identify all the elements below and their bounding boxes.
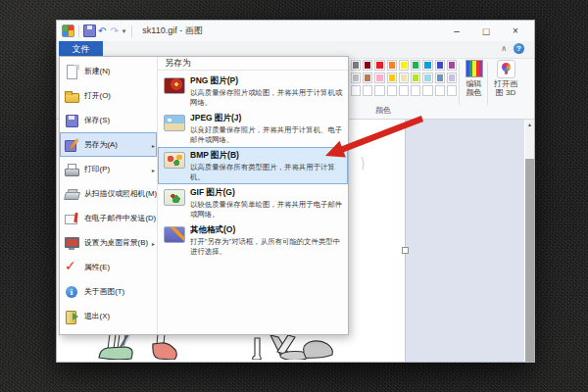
color-swatch[interactable]: [411, 85, 420, 96]
open-folder-icon: [64, 88, 80, 104]
format-title: PNG 图片(P): [190, 75, 346, 87]
paint-window: ↶ ↷ ▾ sk110.gif - 画图 – □ × 文件 ∧ ?: [56, 20, 535, 363]
close-button[interactable]: ×: [501, 21, 530, 41]
color-swatch[interactable]: [363, 73, 372, 83]
scanner-icon: [64, 186, 80, 202]
color-swatch[interactable]: [387, 60, 397, 71]
redo-icon[interactable]: ↷: [110, 25, 118, 36]
color-swatch[interactable]: [363, 60, 372, 71]
color-swatch[interactable]: [374, 85, 384, 96]
menu-item-from-scanner[interactable]: 从扫描仪或照相机(M): [60, 181, 157, 206]
menu-item-about[interactable]: 关于画图(T): [60, 279, 157, 304]
menu-item-label: 另存为(A): [84, 139, 118, 150]
save-as-submenu: 另存为 PNG 图片(P) 以高质量保存照片或绘图，并将其用于计算机或网络。 J…: [158, 57, 348, 334]
color-swatch[interactable]: [351, 60, 361, 71]
format-title: BMP 图片(B): [190, 150, 346, 162]
undo-icon[interactable]: ↶: [98, 25, 106, 36]
menu-item-save-as[interactable]: 另存为(A) ▸: [60, 132, 157, 157]
color-swatch[interactable]: [435, 73, 445, 83]
color-swatch[interactable]: [411, 73, 420, 83]
scroll-up-icon[interactable]: ▲: [525, 120, 534, 130]
menu-item-png[interactable]: PNG 图片(P) 以高质量保存照片或绘图，并将其用于计算机或网络。: [158, 73, 348, 110]
ribbon-corner-controls: ∧ ?: [501, 43, 524, 54]
palette-row: [351, 73, 457, 83]
desktop-background: ↶ ↷ ▾ sk110.gif - 画图 – □ × 文件 ∧ ?: [0, 0, 588, 392]
png-image-icon: [164, 77, 185, 94]
edit-colors-icon: [466, 60, 483, 77]
bmp-image-icon: [164, 152, 185, 169]
format-title: JPEG 图片(J): [190, 113, 346, 124]
color-swatch[interactable]: [374, 73, 384, 83]
format-description: 以较低质量保存简单绘图，并将其用于电子邮件或网络。: [190, 200, 343, 219]
menu-item-send-email[interactable]: 在电子邮件中发送(D): [60, 206, 157, 230]
collapse-ribbon-icon[interactable]: ∧: [501, 44, 507, 53]
palette-row: [351, 85, 457, 96]
menu-item-gif[interactable]: GIF 图片(G) 以较低质量保存简单绘图，并将其用于电子邮件或网络。: [158, 184, 348, 221]
color-swatch[interactable]: [399, 60, 409, 71]
minimize-button[interactable]: –: [442, 21, 471, 41]
maximize-button[interactable]: □: [471, 21, 501, 41]
menu-item-jpeg[interactable]: JPEG 图片(J) 以良好质量保存照片，并将其用于计算机、电子邮件或网络。: [158, 110, 348, 147]
format-description: 打开"另存为"对话框，从所有可能的文件类型中进行选择。: [190, 237, 343, 256]
color-swatch[interactable]: [351, 85, 361, 96]
color-swatch[interactable]: [399, 73, 409, 83]
scrollbar-track[interactable]: [525, 159, 534, 362]
menu-item-label: 打印(P): [84, 164, 110, 174]
color-swatch[interactable]: [447, 73, 457, 83]
color-swatch[interactable]: [399, 85, 409, 96]
menu-item-open[interactable]: 打开(O): [60, 83, 157, 108]
divider: [78, 25, 79, 37]
color-palette: [351, 60, 457, 98]
menu-item-exit[interactable]: 退出(X): [60, 304, 157, 328]
title-bar[interactable]: ↶ ↷ ▾ sk110.gif - 画图 – □ ×: [57, 21, 534, 41]
canvas-resize-handle[interactable]: [402, 247, 409, 254]
color-swatch[interactable]: [435, 85, 445, 96]
color-swatch[interactable]: [447, 85, 457, 96]
qat-customize-icon[interactable]: ▾: [122, 27, 126, 35]
color-swatch[interactable]: [387, 73, 397, 83]
other-formats-icon: [164, 226, 185, 243]
menu-item-properties[interactable]: 属性(E): [60, 255, 157, 279]
color-swatch[interactable]: [387, 85, 397, 96]
window-controls: – □ ×: [442, 21, 530, 41]
edit-colors-button[interactable]: 编辑颜色: [462, 60, 486, 97]
file-menu: 新建(N) 打开(O) 保存(S) 另存为(A) ▸ 打印(P): [59, 56, 349, 335]
window-title: sk110.gif - 画图: [142, 24, 202, 37]
menu-item-print[interactable]: 打印(P) ▸: [60, 157, 157, 181]
menu-item-label: 保存(S): [84, 115, 110, 125]
colors-group-label: 颜色: [368, 105, 398, 116]
menu-item-label: 打开(O): [84, 90, 111, 101]
color-swatch[interactable]: [422, 60, 432, 71]
open-paint3d-button[interactable]: 打开画图 3D: [489, 60, 522, 97]
color-swatch[interactable]: [351, 73, 361, 83]
help-icon[interactable]: ?: [514, 43, 524, 54]
printer-icon: [64, 162, 80, 177]
color-swatch[interactable]: [435, 60, 445, 71]
open-paint3d-label: 打开画图 3D: [494, 79, 518, 97]
color-swatch[interactable]: [447, 60, 457, 71]
menu-item-new[interactable]: 新建(N): [60, 59, 157, 83]
vertical-scrollbar[interactable]: ▲: [525, 120, 534, 362]
submenu-arrow-icon: ▸: [152, 239, 155, 246]
info-icon: [64, 284, 80, 300]
menu-item-label: 设置为桌面背景(B): [84, 237, 148, 248]
color-swatch[interactable]: [422, 73, 432, 83]
menu-item-other-formats[interactable]: 其他格式(O) 打开"另存为"对话框，从所有可能的文件类型中进行选择。: [158, 221, 348, 259]
format-description: 以高质量保存照片或绘图，并将其用于计算机或网络。: [190, 88, 343, 107]
color-swatch[interactable]: [411, 60, 420, 71]
menu-item-bmp[interactable]: BMP 图片(B) 以高质量保存所有类型图片，并将其用于计算机。: [158, 147, 348, 184]
menu-item-set-desktop-background[interactable]: 设置为桌面背景(B) ▸: [60, 230, 157, 255]
menu-item-save[interactable]: 保存(S): [60, 108, 157, 132]
format-title: GIF 图片(G): [190, 187, 346, 199]
format-description: 以良好质量保存照片，并将其用于计算机、电子邮件或网络。: [190, 125, 343, 144]
jpeg-image-icon: [164, 115, 185, 131]
quick-save-icon[interactable]: [83, 24, 96, 37]
menu-item-label: 属性(E): [84, 262, 110, 272]
color-swatch[interactable]: [422, 85, 432, 96]
paint3d-icon: [497, 60, 515, 78]
menu-item-label: 关于画图(T): [84, 286, 124, 297]
email-icon: [64, 211, 80, 226]
color-swatch[interactable]: [374, 60, 384, 71]
submenu-arrow-icon: ▸: [152, 141, 155, 148]
color-swatch[interactable]: [363, 85, 372, 96]
